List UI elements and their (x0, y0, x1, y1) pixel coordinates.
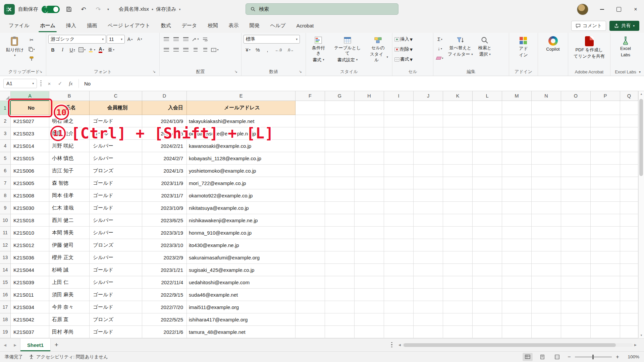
cell-G9[interactable] (325, 202, 355, 214)
percent-format-button[interactable]: % (253, 46, 262, 54)
cell-I9[interactable] (384, 202, 414, 214)
phonetic-button[interactable]: 亜▾ (107, 46, 116, 54)
cell-L12[interactable] (473, 239, 502, 251)
font-dialog-launcher[interactable]: ↘ (151, 69, 157, 74)
ribbon-tab-9[interactable]: 表示 (223, 18, 244, 33)
scroll-down-arrow-icon[interactable]: ▼ (639, 333, 644, 338)
clear-button[interactable]: ▾ (435, 54, 444, 62)
cell-K13[interactable] (443, 251, 473, 264)
cell-O7[interactable] (561, 177, 591, 189)
cell-G6[interactable] (325, 165, 355, 177)
cell-J14[interactable] (414, 264, 443, 276)
cell-H14[interactable] (355, 264, 384, 276)
cell-M9[interactable] (502, 202, 532, 214)
borders-button[interactable]: ▾ (77, 46, 87, 54)
cell-H17[interactable] (355, 301, 384, 313)
zoom-slider-thumb[interactable] (592, 355, 594, 359)
cell-E16[interactable]: suda46@example.net (187, 289, 296, 301)
cell-P13[interactable] (591, 251, 620, 264)
vertical-scroll-thumb[interactable] (639, 99, 643, 176)
cell-O1[interactable] (561, 101, 591, 115)
column-header-E[interactable]: E (187, 91, 296, 101)
search-input[interactable]: 検索 (246, 3, 398, 15)
cell-G11[interactable] (325, 227, 355, 239)
cell-L2[interactable] (473, 115, 502, 127)
zoom-slider[interactable] (575, 357, 612, 357)
cell-D6[interactable]: 2024/1/3 (142, 165, 187, 177)
cell-Q7[interactable] (620, 177, 638, 189)
cell-H16[interactable] (355, 289, 384, 301)
cell-P14[interactable] (591, 264, 620, 276)
row-header-6[interactable]: 6 (0, 165, 11, 177)
cell-L7[interactable] (473, 177, 502, 189)
cell-M17[interactable] (502, 301, 532, 313)
cell-D7[interactable]: 2023/11/9 (142, 177, 187, 189)
cell-A7[interactable]: K21S005 (11, 177, 49, 189)
cell-B13[interactable]: 櫻井 正文 (49, 251, 90, 264)
cell-C9[interactable]: ゴールド (90, 202, 142, 214)
cell-D17[interactable]: 2022/7/20 (142, 301, 187, 313)
cell-C13[interactable]: シルバー (90, 251, 142, 264)
cell-B3[interactable]: 岡田 圭介 (49, 127, 90, 140)
cell-J11[interactable] (414, 227, 443, 239)
cell-F18[interactable] (296, 313, 325, 326)
cell-M3[interactable] (502, 127, 532, 140)
delete-cells-button[interactable]: 削除▾ (394, 45, 413, 54)
cell-J17[interactable] (414, 301, 443, 313)
cell-K9[interactable] (443, 202, 473, 214)
cell-J15[interactable] (414, 276, 443, 289)
cell-N9[interactable] (532, 202, 561, 214)
cell-A4[interactable]: K21S014 (11, 140, 49, 152)
maximize-button[interactable] (610, 0, 627, 18)
cell-styles-button[interactable]: セルの スタイル▾ (366, 34, 390, 63)
cell-D12[interactable]: 2023/3/10 (142, 239, 187, 251)
cell-I18[interactable] (384, 313, 414, 326)
number-dialog-launcher[interactable]: ↘ (298, 69, 303, 74)
cell-B6[interactable]: 吉江 知子 (49, 165, 90, 177)
cell-O5[interactable] (561, 152, 591, 165)
cell-A3[interactable]: K21S023 (11, 127, 49, 140)
cell-L6[interactable] (473, 165, 502, 177)
cell-A16[interactable]: K21S011 (11, 289, 49, 301)
cell-M1[interactable] (502, 101, 532, 115)
cell-E12[interactable]: ito430@example.ne.jp (187, 239, 296, 251)
cell-L5[interactable] (473, 152, 502, 165)
cell-Q17[interactable] (620, 301, 638, 313)
cell-N5[interactable] (532, 152, 561, 165)
cell-E8[interactable]: okamoto922@example.co.jp (187, 189, 296, 202)
cell-K2[interactable] (443, 115, 473, 127)
cell-F10[interactable] (296, 214, 325, 227)
cell-I17[interactable] (384, 301, 414, 313)
cell-N10[interactable] (532, 214, 561, 227)
cell-B10[interactable]: 西川 健二 (49, 214, 90, 227)
cell-C15[interactable]: シルバー (90, 276, 142, 289)
cell-Q12[interactable] (620, 239, 638, 251)
cell-O11[interactable] (561, 227, 591, 239)
cut-button[interactable]: ✂ (27, 36, 36, 44)
create-pdf-button[interactable]: PDF を作成し てリンクを共有 (572, 34, 607, 60)
clipboard-dialog-launcher[interactable]: ↘ (38, 69, 43, 74)
cell-Q19[interactable] (620, 326, 638, 338)
cell-I1[interactable] (384, 101, 414, 115)
cell-H15[interactable] (355, 276, 384, 289)
name-box-resize-handle[interactable] (40, 80, 42, 86)
cell-P19[interactable] (591, 326, 620, 338)
cell-F15[interactable] (296, 276, 325, 289)
align-middle-button[interactable] (171, 35, 180, 44)
cell-H2[interactable] (355, 115, 384, 127)
share-button[interactable]: 共有 ▾ (609, 21, 639, 31)
row-header-8[interactable]: 8 (0, 189, 11, 202)
cell-A15[interactable]: K21S039 (11, 276, 49, 289)
cell-Q4[interactable] (620, 140, 638, 152)
cell-A13[interactable]: K21S036 (11, 251, 49, 264)
cell-B12[interactable]: 伊藤 健司 (49, 239, 90, 251)
row-header-9[interactable]: 9 (0, 202, 11, 214)
column-header-L[interactable]: L (473, 91, 502, 101)
cell-N6[interactable] (532, 165, 561, 177)
column-header-D[interactable]: D (142, 91, 187, 101)
redo-button[interactable]: ↷ (93, 4, 104, 14)
cell-K18[interactable] (443, 313, 473, 326)
column-header-C[interactable]: C (90, 91, 142, 101)
cell-O16[interactable] (561, 289, 591, 301)
excel-labs-button[interactable]: Excel Labs (618, 34, 633, 59)
